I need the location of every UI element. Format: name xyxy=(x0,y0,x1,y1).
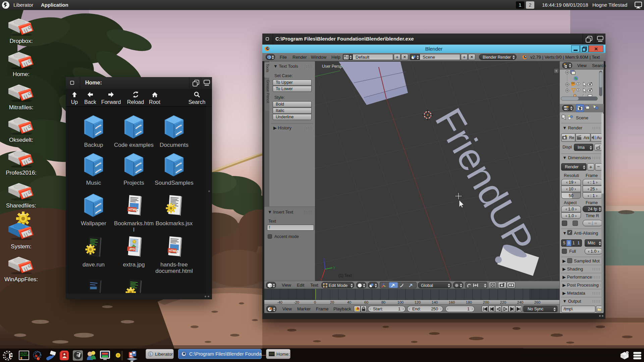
svg-text:260: 260 xyxy=(534,300,540,304)
svg-text:40: 40 xyxy=(347,300,351,304)
svg-text:20: 20 xyxy=(330,300,334,304)
svg-text:-40: -40 xyxy=(277,300,282,304)
svg-text:F: F xyxy=(9,352,13,360)
svg-text:180: 180 xyxy=(466,300,472,304)
svg-text:y: y xyxy=(333,265,335,269)
svg-text:x: x xyxy=(320,278,322,281)
svg-text:120: 120 xyxy=(415,300,421,304)
svg-text:100: 100 xyxy=(397,300,404,304)
svg-text:i: i xyxy=(268,55,269,59)
svg-text:-20: -20 xyxy=(294,300,299,304)
svg-text:60: 60 xyxy=(364,300,368,304)
svg-text:L: L xyxy=(150,352,152,356)
svg-text:220: 220 xyxy=(500,300,506,304)
svg-text:240: 240 xyxy=(517,300,523,304)
svg-text:80: 80 xyxy=(381,300,385,304)
svg-text:200: 200 xyxy=(483,300,489,304)
svg-text:0: 0 xyxy=(314,300,316,304)
svg-text:z: z xyxy=(323,257,325,261)
svg-text:140: 140 xyxy=(432,300,438,304)
svg-text:160: 160 xyxy=(449,300,455,304)
